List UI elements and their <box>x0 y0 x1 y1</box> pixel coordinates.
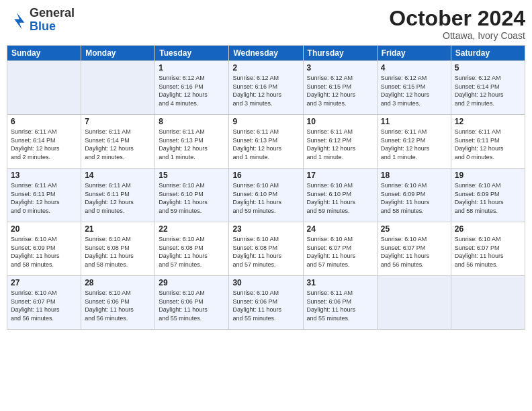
day-info: Sunrise: 6:10 AM Sunset: 6:06 PM Dayligh… <box>232 289 299 322</box>
weekday-header-tuesday: Tuesday <box>155 46 229 61</box>
calendar-cell: 31Sunrise: 6:11 AM Sunset: 6:06 PM Dayli… <box>303 276 377 330</box>
day-number: 18 <box>381 171 447 180</box>
logo-text: General Blue <box>30 7 75 34</box>
day-info: Sunrise: 6:12 AM Sunset: 6:15 PM Dayligh… <box>307 74 373 107</box>
day-number: 24 <box>307 224 373 234</box>
day-number: 21 <box>85 224 151 234</box>
calendar-cell: 26Sunrise: 6:10 AM Sunset: 6:07 PM Dayli… <box>451 222 525 276</box>
calendar-cell: 14Sunrise: 6:11 AM Sunset: 6:11 PM Dayli… <box>81 169 155 222</box>
calendar-cell: 10Sunrise: 6:11 AM Sunset: 6:12 PM Dayli… <box>303 115 377 169</box>
header: General Blue October 2024 Ottawa, Ivory … <box>7 7 525 41</box>
calendar-cell: 25Sunrise: 6:10 AM Sunset: 6:07 PM Dayli… <box>377 222 451 276</box>
day-info: Sunrise: 6:11 AM Sunset: 6:06 PM Dayligh… <box>307 289 373 322</box>
day-info: Sunrise: 6:11 AM Sunset: 6:11 PM Dayligh… <box>11 181 77 215</box>
logo-icon <box>7 10 27 30</box>
day-number: 17 <box>307 171 373 180</box>
weekday-header-wednesday: Wednesday <box>229 46 303 61</box>
day-info: Sunrise: 6:10 AM Sunset: 6:10 PM Dayligh… <box>159 181 225 215</box>
day-info: Sunrise: 6:11 AM Sunset: 6:12 PM Dayligh… <box>381 128 447 161</box>
calendar-cell: 6Sunrise: 6:11 AM Sunset: 6:14 PM Daylig… <box>7 115 81 169</box>
calendar-cell <box>7 61 81 115</box>
day-number: 12 <box>455 117 521 126</box>
day-info: Sunrise: 6:10 AM Sunset: 6:09 PM Dayligh… <box>11 235 77 269</box>
calendar-cell: 16Sunrise: 6:10 AM Sunset: 6:10 PM Dayli… <box>229 169 303 222</box>
day-number: 19 <box>455 171 521 180</box>
calendar-cell: 11Sunrise: 6:11 AM Sunset: 6:12 PM Dayli… <box>377 115 451 169</box>
svg-marker-0 <box>14 13 24 30</box>
calendar-cell: 19Sunrise: 6:10 AM Sunset: 6:09 PM Dayli… <box>451 169 525 222</box>
weekday-header-sunday: Sunday <box>7 46 81 61</box>
day-number: 20 <box>11 224 77 234</box>
day-number: 26 <box>455 224 521 234</box>
calendar-week-row: 6Sunrise: 6:11 AM Sunset: 6:14 PM Daylig… <box>7 115 525 169</box>
day-info: Sunrise: 6:10 AM Sunset: 6:07 PM Dayligh… <box>455 235 521 269</box>
calendar-cell: 28Sunrise: 6:10 AM Sunset: 6:06 PM Dayli… <box>81 276 155 330</box>
page: General Blue October 2024 Ottawa, Ivory … <box>0 0 532 411</box>
day-number: 7 <box>85 117 151 126</box>
calendar-cell: 30Sunrise: 6:10 AM Sunset: 6:06 PM Dayli… <box>229 276 303 330</box>
calendar-cell: 17Sunrise: 6:10 AM Sunset: 6:10 PM Dayli… <box>303 169 377 222</box>
calendar-cell: 8Sunrise: 6:11 AM Sunset: 6:13 PM Daylig… <box>155 115 229 169</box>
day-number: 28 <box>85 278 151 287</box>
day-info: Sunrise: 6:10 AM Sunset: 6:09 PM Dayligh… <box>381 181 447 215</box>
day-info: Sunrise: 6:10 AM Sunset: 6:10 PM Dayligh… <box>307 181 373 215</box>
calendar-cell: 5Sunrise: 6:12 AM Sunset: 6:14 PM Daylig… <box>451 61 525 115</box>
day-info: Sunrise: 6:11 AM Sunset: 6:14 PM Dayligh… <box>11 128 77 161</box>
calendar-week-row: 1Sunrise: 6:12 AM Sunset: 6:16 PM Daylig… <box>7 61 525 115</box>
day-info: Sunrise: 6:10 AM Sunset: 6:06 PM Dayligh… <box>159 289 225 322</box>
calendar-cell: 13Sunrise: 6:11 AM Sunset: 6:11 PM Dayli… <box>7 169 81 222</box>
day-number: 31 <box>307 278 373 287</box>
calendar: SundayMondayTuesdayWednesdayThursdayFrid… <box>7 45 525 330</box>
day-info: Sunrise: 6:10 AM Sunset: 6:08 PM Dayligh… <box>85 235 151 269</box>
day-number: 22 <box>159 224 225 234</box>
title-block: October 2024 Ottawa, Ivory Coast <box>389 7 525 41</box>
calendar-cell: 22Sunrise: 6:10 AM Sunset: 6:08 PM Dayli… <box>155 222 229 276</box>
calendar-cell: 20Sunrise: 6:10 AM Sunset: 6:09 PM Dayli… <box>7 222 81 276</box>
calendar-cell <box>377 276 451 330</box>
day-number: 23 <box>232 224 299 234</box>
day-number: 16 <box>232 171 299 180</box>
calendar-cell <box>451 276 525 330</box>
day-info: Sunrise: 6:11 AM Sunset: 6:13 PM Dayligh… <box>232 128 299 161</box>
weekday-header-friday: Friday <box>377 46 451 61</box>
calendar-cell: 9Sunrise: 6:11 AM Sunset: 6:13 PM Daylig… <box>229 115 303 169</box>
calendar-week-row: 13Sunrise: 6:11 AM Sunset: 6:11 PM Dayli… <box>7 169 525 222</box>
day-number: 15 <box>159 171 225 180</box>
day-number: 6 <box>11 117 77 126</box>
day-number: 30 <box>232 278 299 287</box>
day-info: Sunrise: 6:10 AM Sunset: 6:08 PM Dayligh… <box>232 235 299 269</box>
calendar-cell: 23Sunrise: 6:10 AM Sunset: 6:08 PM Dayli… <box>229 222 303 276</box>
calendar-cell: 21Sunrise: 6:10 AM Sunset: 6:08 PM Dayli… <box>81 222 155 276</box>
day-info: Sunrise: 6:10 AM Sunset: 6:08 PM Dayligh… <box>159 235 225 269</box>
day-number: 27 <box>11 278 77 287</box>
day-number: 1 <box>159 63 225 73</box>
calendar-cell <box>81 61 155 115</box>
day-info: Sunrise: 6:11 AM Sunset: 6:12 PM Dayligh… <box>307 128 373 161</box>
day-info: Sunrise: 6:10 AM Sunset: 6:07 PM Dayligh… <box>381 235 447 269</box>
day-number: 14 <box>85 171 151 180</box>
day-info: Sunrise: 6:10 AM Sunset: 6:10 PM Dayligh… <box>232 181 299 215</box>
calendar-cell: 4Sunrise: 6:12 AM Sunset: 6:15 PM Daylig… <box>377 61 451 115</box>
logo: General Blue <box>7 7 75 34</box>
day-number: 4 <box>381 63 447 73</box>
day-number: 5 <box>455 63 521 73</box>
location: Ottawa, Ivory Coast <box>389 30 525 41</box>
calendar-week-row: 27Sunrise: 6:10 AM Sunset: 6:07 PM Dayli… <box>7 276 525 330</box>
day-number: 9 <box>232 117 299 126</box>
month-title: October 2024 <box>389 7 525 30</box>
day-info: Sunrise: 6:12 AM Sunset: 6:15 PM Dayligh… <box>381 74 447 107</box>
logo-blue: Blue <box>30 19 56 33</box>
logo-general: General <box>30 6 75 19</box>
weekday-header-thursday: Thursday <box>303 46 377 61</box>
day-number: 11 <box>381 117 447 126</box>
calendar-cell: 29Sunrise: 6:10 AM Sunset: 6:06 PM Dayli… <box>155 276 229 330</box>
calendar-cell: 15Sunrise: 6:10 AM Sunset: 6:10 PM Dayli… <box>155 169 229 222</box>
calendar-week-row: 20Sunrise: 6:10 AM Sunset: 6:09 PM Dayli… <box>7 222 525 276</box>
day-number: 25 <box>381 224 447 234</box>
calendar-cell: 27Sunrise: 6:10 AM Sunset: 6:07 PM Dayli… <box>7 276 81 330</box>
day-number: 8 <box>159 117 225 126</box>
day-info: Sunrise: 6:11 AM Sunset: 6:14 PM Dayligh… <box>85 128 151 161</box>
calendar-cell: 7Sunrise: 6:11 AM Sunset: 6:14 PM Daylig… <box>81 115 155 169</box>
calendar-cell: 3Sunrise: 6:12 AM Sunset: 6:15 PM Daylig… <box>303 61 377 115</box>
day-info: Sunrise: 6:11 AM Sunset: 6:11 PM Dayligh… <box>455 128 521 161</box>
